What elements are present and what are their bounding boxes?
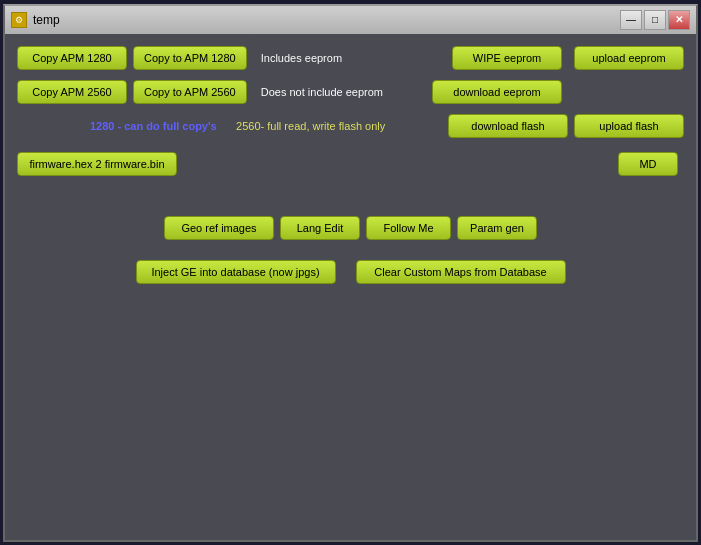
copy-to-apm-2560-button[interactable]: Copy to APM 2560 [133, 80, 247, 104]
window-icon: ⚙ [11, 12, 27, 28]
minimize-button[interactable]: — [620, 10, 642, 30]
title-controls: — □ ✕ [620, 10, 690, 30]
copy-apm-2560-button[interactable]: Copy APM 2560 [17, 80, 127, 104]
download-eeprom-button[interactable]: download eeprom [432, 80, 562, 104]
row-firmware: firmware.hex 2 firmware.bin MD [17, 152, 684, 176]
clear-custom-maps-button[interactable]: Clear Custom Maps from Database [356, 260, 566, 284]
download-flash-button[interactable]: download flash [448, 114, 568, 138]
copy-to-apm-1280-button[interactable]: Copy to APM 1280 [133, 46, 247, 70]
maximize-button[interactable]: □ [644, 10, 666, 30]
content-area: Copy APM 1280 Copy to APM 1280 Includes … [5, 34, 696, 540]
window-title: temp [33, 13, 60, 27]
md-button[interactable]: MD [618, 152, 678, 176]
param-gen-button[interactable]: Param gen [457, 216, 537, 240]
includes-eeprom-label: Includes eeprom [261, 52, 342, 64]
copy-apm-1280-button[interactable]: Copy APM 1280 [17, 46, 127, 70]
title-bar-left: ⚙ temp [11, 12, 60, 28]
center-buttons: Geo ref images Lang Edit Follow Me Param… [17, 216, 684, 240]
follow-me-button[interactable]: Follow Me [366, 216, 451, 240]
upload-flash-button[interactable]: upload flash [574, 114, 684, 138]
info-1280-label: 1280 - can do full copy's [90, 120, 217, 132]
close-button[interactable]: ✕ [668, 10, 690, 30]
info-row: 1280 - can do full copy's 2560- full rea… [17, 114, 684, 138]
main-window: ⚙ temp — □ ✕ Copy APM 1280 Copy to APM 1… [3, 4, 698, 542]
inject-ge-button[interactable]: Inject GE into database (now jpgs) [136, 260, 336, 284]
row-2: Copy APM 2560 Copy to APM 2560 Does not … [17, 80, 684, 104]
title-bar: ⚙ temp — □ ✕ [5, 6, 696, 34]
bottom-buttons: Inject GE into database (now jpgs) Clear… [17, 260, 684, 284]
row-1: Copy APM 1280 Copy to APM 1280 Includes … [17, 46, 684, 70]
geo-ref-images-button[interactable]: Geo ref images [164, 216, 274, 240]
wipe-eeprom-button[interactable]: WIPE eeprom [452, 46, 562, 70]
lang-edit-button[interactable]: Lang Edit [280, 216, 360, 240]
firmware-hex-button[interactable]: firmware.hex 2 firmware.bin [17, 152, 177, 176]
info-2560-label: 2560- full read, write flash only [236, 120, 385, 132]
does-not-include-eeprom-label: Does not include eeprom [261, 86, 383, 98]
upload-eeprom-button[interactable]: upload eeprom [574, 46, 684, 70]
